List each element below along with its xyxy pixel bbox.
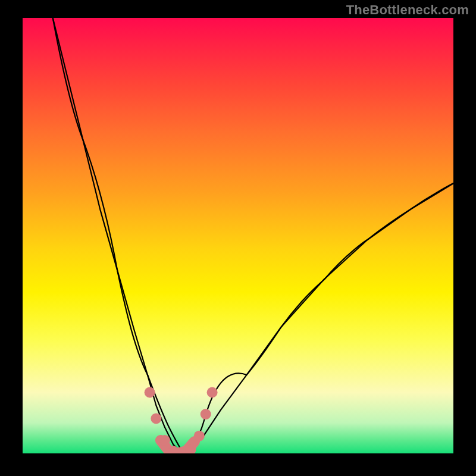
bottleneck-curve-line: [53, 18, 453, 453]
valley-dot: [159, 435, 170, 446]
chart-frame: TheBottleneck.com: [0, 0, 476, 476]
plot-area: [23, 18, 453, 453]
valley-dot: [207, 387, 218, 398]
bottleneck-curve: [53, 18, 453, 453]
valley-dot: [145, 387, 155, 398]
curve-layer: [23, 18, 453, 453]
valley-dot: [201, 409, 211, 419]
watermark-text: TheBottleneck.com: [346, 2, 469, 18]
valley-dot: [151, 413, 161, 424]
valley-dot: [194, 431, 205, 441]
